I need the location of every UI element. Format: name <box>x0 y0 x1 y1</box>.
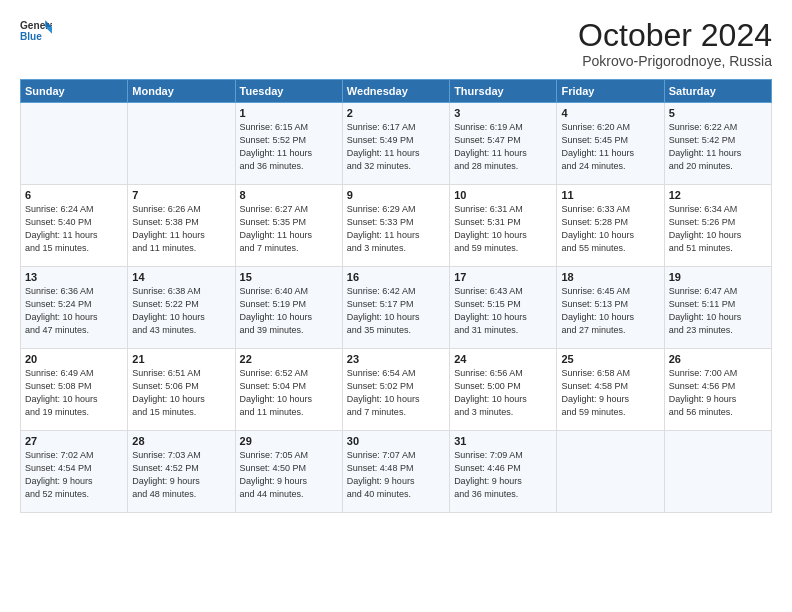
day-info: Sunrise: 6:15 AMSunset: 5:52 PMDaylight:… <box>240 121 338 173</box>
day-info: Sunrise: 6:58 AMSunset: 4:58 PMDaylight:… <box>561 367 659 419</box>
calendar-cell: 2Sunrise: 6:17 AMSunset: 5:49 PMDaylight… <box>342 103 449 185</box>
calendar-cell: 24Sunrise: 6:56 AMSunset: 5:00 PMDayligh… <box>450 349 557 431</box>
location: Pokrovo-Prigorodnoye, Russia <box>578 53 772 69</box>
day-number: 3 <box>454 107 552 119</box>
calendar-cell: 29Sunrise: 7:05 AMSunset: 4:50 PMDayligh… <box>235 431 342 513</box>
day-number: 1 <box>240 107 338 119</box>
weekday-header-sunday: Sunday <box>21 80 128 103</box>
day-number: 17 <box>454 271 552 283</box>
day-number: 26 <box>669 353 767 365</box>
day-number: 15 <box>240 271 338 283</box>
day-info: Sunrise: 6:54 AMSunset: 5:02 PMDaylight:… <box>347 367 445 419</box>
calendar-cell: 9Sunrise: 6:29 AMSunset: 5:33 PMDaylight… <box>342 185 449 267</box>
calendar-cell: 27Sunrise: 7:02 AMSunset: 4:54 PMDayligh… <box>21 431 128 513</box>
day-number: 5 <box>669 107 767 119</box>
calendar-cell <box>21 103 128 185</box>
calendar-week-3: 13Sunrise: 6:36 AMSunset: 5:24 PMDayligh… <box>21 267 772 349</box>
day-info: Sunrise: 6:27 AMSunset: 5:35 PMDaylight:… <box>240 203 338 255</box>
day-info: Sunrise: 6:51 AMSunset: 5:06 PMDaylight:… <box>132 367 230 419</box>
day-info: Sunrise: 7:05 AMSunset: 4:50 PMDaylight:… <box>240 449 338 501</box>
calendar-cell: 21Sunrise: 6:51 AMSunset: 5:06 PMDayligh… <box>128 349 235 431</box>
calendar-cell: 30Sunrise: 7:07 AMSunset: 4:48 PMDayligh… <box>342 431 449 513</box>
calendar-cell <box>128 103 235 185</box>
day-info: Sunrise: 7:03 AMSunset: 4:52 PMDaylight:… <box>132 449 230 501</box>
day-number: 25 <box>561 353 659 365</box>
day-number: 2 <box>347 107 445 119</box>
day-info: Sunrise: 6:38 AMSunset: 5:22 PMDaylight:… <box>132 285 230 337</box>
day-number: 13 <box>25 271 123 283</box>
day-number: 18 <box>561 271 659 283</box>
day-info: Sunrise: 6:26 AMSunset: 5:38 PMDaylight:… <box>132 203 230 255</box>
calendar-cell: 3Sunrise: 6:19 AMSunset: 5:47 PMDaylight… <box>450 103 557 185</box>
weekday-header-row: SundayMondayTuesdayWednesdayThursdayFrid… <box>21 80 772 103</box>
calendar-cell: 28Sunrise: 7:03 AMSunset: 4:52 PMDayligh… <box>128 431 235 513</box>
calendar-cell: 7Sunrise: 6:26 AMSunset: 5:38 PMDaylight… <box>128 185 235 267</box>
day-info: Sunrise: 6:52 AMSunset: 5:04 PMDaylight:… <box>240 367 338 419</box>
calendar-cell: 16Sunrise: 6:42 AMSunset: 5:17 PMDayligh… <box>342 267 449 349</box>
day-number: 27 <box>25 435 123 447</box>
day-number: 4 <box>561 107 659 119</box>
day-info: Sunrise: 6:40 AMSunset: 5:19 PMDaylight:… <box>240 285 338 337</box>
calendar-cell: 4Sunrise: 6:20 AMSunset: 5:45 PMDaylight… <box>557 103 664 185</box>
day-number: 30 <box>347 435 445 447</box>
day-info: Sunrise: 6:20 AMSunset: 5:45 PMDaylight:… <box>561 121 659 173</box>
calendar-cell: 1Sunrise: 6:15 AMSunset: 5:52 PMDaylight… <box>235 103 342 185</box>
weekday-header-monday: Monday <box>128 80 235 103</box>
page-header: General Blue October 2024 Pokrovo-Prigor… <box>20 18 772 69</box>
calendar-week-2: 6Sunrise: 6:24 AMSunset: 5:40 PMDaylight… <box>21 185 772 267</box>
day-number: 24 <box>454 353 552 365</box>
day-info: Sunrise: 6:47 AMSunset: 5:11 PMDaylight:… <box>669 285 767 337</box>
calendar-week-4: 20Sunrise: 6:49 AMSunset: 5:08 PMDayligh… <box>21 349 772 431</box>
weekday-header-tuesday: Tuesday <box>235 80 342 103</box>
day-number: 11 <box>561 189 659 201</box>
calendar-cell: 26Sunrise: 7:00 AMSunset: 4:56 PMDayligh… <box>664 349 771 431</box>
calendar-cell: 6Sunrise: 6:24 AMSunset: 5:40 PMDaylight… <box>21 185 128 267</box>
day-number: 31 <box>454 435 552 447</box>
month-title: October 2024 <box>578 18 772 53</box>
calendar-cell: 22Sunrise: 6:52 AMSunset: 5:04 PMDayligh… <box>235 349 342 431</box>
day-number: 23 <box>347 353 445 365</box>
day-info: Sunrise: 6:43 AMSunset: 5:15 PMDaylight:… <box>454 285 552 337</box>
calendar-cell: 20Sunrise: 6:49 AMSunset: 5:08 PMDayligh… <box>21 349 128 431</box>
calendar-cell: 8Sunrise: 6:27 AMSunset: 5:35 PMDaylight… <box>235 185 342 267</box>
day-info: Sunrise: 7:07 AMSunset: 4:48 PMDaylight:… <box>347 449 445 501</box>
calendar-cell: 23Sunrise: 6:54 AMSunset: 5:02 PMDayligh… <box>342 349 449 431</box>
day-info: Sunrise: 6:24 AMSunset: 5:40 PMDaylight:… <box>25 203 123 255</box>
day-number: 28 <box>132 435 230 447</box>
day-info: Sunrise: 7:09 AMSunset: 4:46 PMDaylight:… <box>454 449 552 501</box>
calendar-cell <box>557 431 664 513</box>
day-number: 14 <box>132 271 230 283</box>
day-info: Sunrise: 6:42 AMSunset: 5:17 PMDaylight:… <box>347 285 445 337</box>
calendar-cell: 5Sunrise: 6:22 AMSunset: 5:42 PMDaylight… <box>664 103 771 185</box>
calendar-cell: 14Sunrise: 6:38 AMSunset: 5:22 PMDayligh… <box>128 267 235 349</box>
day-number: 21 <box>132 353 230 365</box>
calendar-table: SundayMondayTuesdayWednesdayThursdayFrid… <box>20 79 772 513</box>
day-number: 22 <box>240 353 338 365</box>
day-info: Sunrise: 7:02 AMSunset: 4:54 PMDaylight:… <box>25 449 123 501</box>
day-info: Sunrise: 6:29 AMSunset: 5:33 PMDaylight:… <box>347 203 445 255</box>
day-info: Sunrise: 6:36 AMSunset: 5:24 PMDaylight:… <box>25 285 123 337</box>
day-number: 19 <box>669 271 767 283</box>
day-number: 6 <box>25 189 123 201</box>
calendar-cell: 25Sunrise: 6:58 AMSunset: 4:58 PMDayligh… <box>557 349 664 431</box>
day-info: Sunrise: 6:34 AMSunset: 5:26 PMDaylight:… <box>669 203 767 255</box>
calendar-cell: 31Sunrise: 7:09 AMSunset: 4:46 PMDayligh… <box>450 431 557 513</box>
calendar-cell: 11Sunrise: 6:33 AMSunset: 5:28 PMDayligh… <box>557 185 664 267</box>
day-number: 12 <box>669 189 767 201</box>
weekday-header-wednesday: Wednesday <box>342 80 449 103</box>
title-block: October 2024 Pokrovo-Prigorodnoye, Russi… <box>578 18 772 69</box>
day-info: Sunrise: 6:17 AMSunset: 5:49 PMDaylight:… <box>347 121 445 173</box>
day-number: 9 <box>347 189 445 201</box>
day-info: Sunrise: 6:22 AMSunset: 5:42 PMDaylight:… <box>669 121 767 173</box>
calendar-cell: 10Sunrise: 6:31 AMSunset: 5:31 PMDayligh… <box>450 185 557 267</box>
calendar-cell: 12Sunrise: 6:34 AMSunset: 5:26 PMDayligh… <box>664 185 771 267</box>
calendar-week-5: 27Sunrise: 7:02 AMSunset: 4:54 PMDayligh… <box>21 431 772 513</box>
day-number: 16 <box>347 271 445 283</box>
calendar-cell: 18Sunrise: 6:45 AMSunset: 5:13 PMDayligh… <box>557 267 664 349</box>
calendar-cell <box>664 431 771 513</box>
day-number: 7 <box>132 189 230 201</box>
calendar-cell: 15Sunrise: 6:40 AMSunset: 5:19 PMDayligh… <box>235 267 342 349</box>
calendar-week-1: 1Sunrise: 6:15 AMSunset: 5:52 PMDaylight… <box>21 103 772 185</box>
day-info: Sunrise: 6:19 AMSunset: 5:47 PMDaylight:… <box>454 121 552 173</box>
day-info: Sunrise: 6:56 AMSunset: 5:00 PMDaylight:… <box>454 367 552 419</box>
